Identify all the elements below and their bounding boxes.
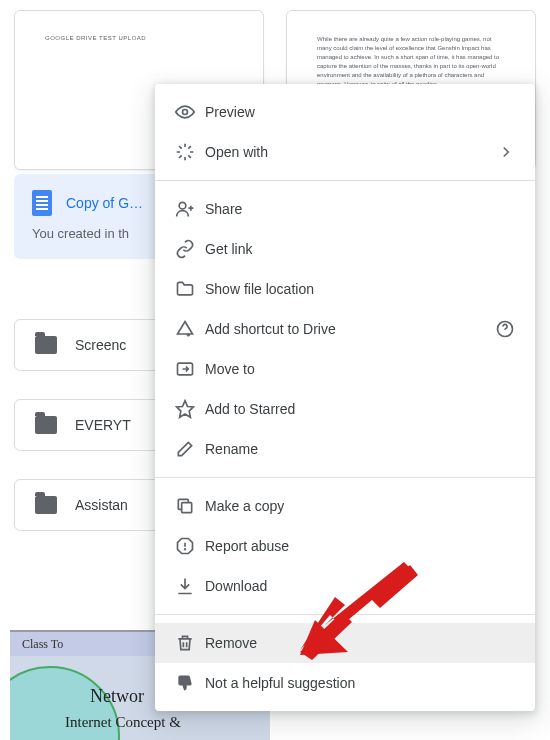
menu-label: Download (205, 578, 515, 594)
menu-label: Add shortcut to Drive (205, 321, 495, 337)
pencil-icon (175, 439, 205, 459)
menu-label: Remove (205, 635, 515, 651)
menu-label: Make a copy (205, 498, 515, 514)
help-icon[interactable] (495, 319, 515, 339)
trash-icon (175, 633, 205, 653)
google-doc-icon (32, 190, 52, 216)
menu-label: Add to Starred (205, 401, 515, 417)
chevron-right-icon (497, 143, 515, 161)
svg-point-8 (185, 549, 186, 550)
menu-download[interactable]: Download (155, 566, 535, 606)
svg-point-1 (179, 202, 186, 209)
folder-icon (35, 496, 57, 514)
star-icon (175, 399, 205, 419)
person-add-icon (175, 199, 205, 219)
link-icon (175, 239, 205, 259)
folder-icon (35, 336, 57, 354)
menu-separator (155, 614, 535, 615)
menu-label: Show file location (205, 281, 515, 297)
download-icon (175, 576, 205, 596)
preview-title: Networ (90, 686, 144, 707)
menu-label: Rename (205, 441, 515, 457)
menu-label: Report abuse (205, 538, 515, 554)
menu-add-starred[interactable]: Add to Starred (155, 389, 535, 429)
menu-label: Share (205, 201, 515, 217)
open-with-icon (175, 142, 205, 162)
folder-label: Screenc (75, 337, 126, 353)
report-icon (175, 536, 205, 556)
context-menu: Preview Open with Share Get link Show fi… (155, 84, 535, 711)
menu-label: Move to (205, 361, 515, 377)
menu-remove[interactable]: Remove (155, 623, 535, 663)
menu-move-to[interactable]: Move to (155, 349, 535, 389)
menu-not-helpful[interactable]: Not a helpful suggestion (155, 663, 535, 703)
menu-report-abuse[interactable]: Report abuse (155, 526, 535, 566)
folder-icon (35, 416, 57, 434)
menu-share[interactable]: Share (155, 189, 535, 229)
menu-make-copy[interactable]: Make a copy (155, 486, 535, 526)
menu-label: Not a helpful suggestion (205, 675, 515, 691)
svg-marker-4 (177, 401, 194, 418)
menu-label: Open with (205, 144, 497, 160)
copy-icon (175, 496, 205, 516)
eye-icon (175, 102, 205, 122)
menu-preview[interactable]: Preview (155, 92, 535, 132)
drive-shortcut-icon (175, 319, 205, 339)
menu-label: Preview (205, 104, 515, 120)
menu-show-location[interactable]: Show file location (155, 269, 535, 309)
selected-file-title: Copy of G… (66, 195, 143, 211)
menu-rename[interactable]: Rename (155, 429, 535, 469)
menu-add-shortcut[interactable]: Add shortcut to Drive (155, 309, 535, 349)
menu-get-link[interactable]: Get link (155, 229, 535, 269)
svg-rect-5 (182, 503, 192, 513)
preview-subtitle: Internet Concept & (65, 714, 181, 731)
menu-separator (155, 180, 535, 181)
folder-outline-icon (175, 279, 205, 299)
thumbnail-2-text: While there are already quite a few acti… (317, 35, 505, 89)
menu-open-with[interactable]: Open with (155, 132, 535, 172)
folder-label: EVERYT (75, 417, 131, 433)
menu-label: Get link (205, 241, 515, 257)
menu-separator (155, 477, 535, 478)
svg-point-0 (183, 110, 188, 115)
move-to-icon (175, 359, 205, 379)
thumbnail-1-title: GOOGLE DRIVE TEST UPLOAD (45, 35, 233, 41)
folder-label: Assistan (75, 497, 128, 513)
thumbs-down-icon (175, 673, 205, 693)
